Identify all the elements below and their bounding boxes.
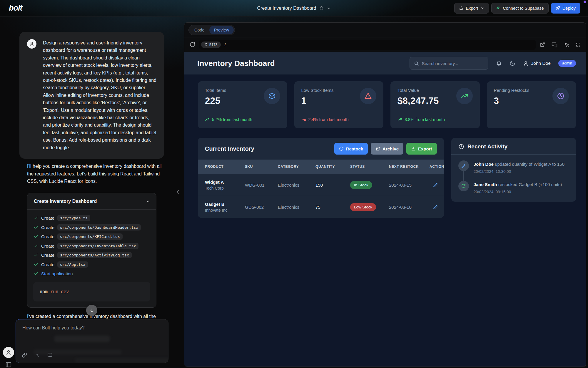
url-path: / bbox=[225, 42, 226, 47]
activity-user: Jane Smith bbox=[474, 182, 497, 187]
status-badge: In Stock bbox=[350, 181, 372, 189]
refresh-icon bbox=[339, 146, 344, 151]
role-badge: admin bbox=[558, 60, 576, 67]
responsive-devices-icon[interactable] bbox=[552, 42, 557, 48]
inventory-table-panel: Current Inventory Restock Archive bbox=[198, 138, 444, 218]
table-header-row: Product SKU Category Quantity Status Nex… bbox=[198, 160, 444, 174]
table-row[interactable]: Gadget B Innovate Inc GDG-002 Electronic… bbox=[198, 196, 444, 218]
tab-preview[interactable]: Preview bbox=[209, 26, 234, 34]
clock-icon bbox=[458, 144, 464, 150]
col-category: Category bbox=[275, 160, 313, 174]
archive-button[interactable]: Archive bbox=[371, 143, 403, 155]
notifications-bell-icon[interactable] bbox=[496, 60, 502, 66]
user-menu[interactable]: John Doe bbox=[523, 61, 551, 66]
inspect-cursor-icon[interactable] bbox=[564, 42, 569, 47]
search-icon bbox=[414, 61, 419, 66]
chat-panel: Design a responsive and user-friendly in… bbox=[0, 16, 183, 368]
product-supplier: Tech Corp bbox=[205, 186, 240, 190]
dashboard-title: Inventory Dashboard bbox=[197, 59, 275, 68]
col-product: Product bbox=[198, 160, 243, 174]
user-avatar bbox=[27, 39, 36, 49]
inventory-search[interactable] bbox=[410, 57, 488, 70]
dashboard-header: Inventory Dashboard John Doe admin bbox=[184, 52, 586, 74]
step-action: Create bbox=[41, 234, 54, 239]
file-chip[interactable]: src/components/KPICard.tsx bbox=[57, 233, 123, 240]
top-bar: bolt Create Inventory Dashboard Export C… bbox=[0, 0, 588, 16]
category-cell: Electronics bbox=[275, 205, 313, 210]
edit-pencil-icon[interactable] bbox=[433, 205, 438, 210]
port-selector[interactable]: 5173 bbox=[201, 42, 221, 48]
activity-timestamp: 20/02/2024, 10:30:00 bbox=[474, 169, 564, 174]
pencil-icon bbox=[461, 164, 466, 168]
download-icon bbox=[411, 146, 416, 151]
user-icon bbox=[523, 61, 529, 66]
col-next-restock: Next Restock bbox=[387, 160, 427, 174]
sku-cell: WDG-001 bbox=[243, 183, 275, 188]
quantity-cell[interactable]: 75 bbox=[313, 205, 348, 210]
step-action: Create bbox=[41, 243, 54, 248]
port-number: 5173 bbox=[209, 43, 218, 47]
search-input[interactable] bbox=[422, 61, 484, 66]
attach-link-icon[interactable] bbox=[22, 352, 27, 358]
sidebar-toggle-icon[interactable] bbox=[5, 362, 12, 368]
table-row[interactable]: Widget A Tech Corp WDG-001 Electronics 1… bbox=[198, 174, 444, 196]
quantity-cell[interactable]: 150 bbox=[313, 183, 348, 188]
address-bar[interactable]: 5173 / bbox=[199, 40, 536, 50]
check-icon bbox=[34, 262, 38, 267]
edit-pencil-icon[interactable] bbox=[433, 183, 438, 188]
discuss-mode-icon[interactable] bbox=[47, 352, 53, 358]
recent-activity-panel: Recent Activity John Doe updated quantit… bbox=[451, 138, 576, 202]
account-avatar[interactable] bbox=[3, 347, 14, 358]
kpi-card-low-stock: Low Stock Items 1 2.4% from last month bbox=[294, 81, 384, 128]
activity-item: Jane Smith restocked Gadget B (+100 unit… bbox=[458, 181, 569, 194]
activity-item: John Doe updated quantity of Widget A to… bbox=[458, 160, 569, 181]
file-chip[interactable]: src/App.tsx bbox=[57, 261, 88, 268]
file-chip[interactable]: src/components/InventoryTable.tsx bbox=[57, 243, 138, 249]
collapse-artifact-button[interactable] bbox=[140, 193, 156, 209]
check-icon bbox=[34, 244, 38, 248]
artifact-step: Create src/components/KPICard.tsx bbox=[27, 232, 156, 241]
kpi-card-pending-restocks: Pending Restocks 3 bbox=[487, 81, 576, 128]
alert-triangle-icon bbox=[364, 92, 372, 100]
dark-mode-moon-icon[interactable] bbox=[510, 60, 515, 66]
inventory-title: Current Inventory bbox=[205, 145, 254, 152]
clock-icon bbox=[557, 92, 564, 100]
start-application-link[interactable]: Start application bbox=[41, 271, 73, 276]
artifact-step: Create src/components/DashboardHeader.ts… bbox=[27, 223, 156, 232]
kpi-trend-text: 2.4% from last month bbox=[308, 117, 349, 122]
activity-timestamp: 20/02/2024, 09:15:00 bbox=[474, 190, 562, 194]
deploy-button[interactable]: Deploy bbox=[551, 3, 580, 14]
preview-viewport: Inventory Dashboard John Doe admin Total… bbox=[184, 52, 586, 367]
check-icon bbox=[34, 234, 38, 239]
kpi-cards: Total Items 225 5.2% from last month Low… bbox=[198, 81, 576, 128]
file-chip[interactable]: src/types.ts bbox=[57, 215, 90, 221]
export-button[interactable]: Export bbox=[454, 3, 489, 14]
chevron-down-icon bbox=[327, 6, 331, 10]
artifact-step: Create src/components/InventoryTable.tsx bbox=[27, 241, 156, 251]
step-action: Create bbox=[41, 253, 54, 258]
reload-icon[interactable] bbox=[190, 42, 195, 47]
chat-input[interactable]: How can Bolt help you today? bbox=[16, 319, 168, 363]
export-table-button[interactable]: Export bbox=[406, 143, 437, 155]
next-restock-cell: 2024-03-15 bbox=[387, 183, 427, 188]
open-external-icon[interactable] bbox=[540, 42, 545, 47]
collapse-chat-chevron[interactable] bbox=[175, 189, 181, 195]
kpi-card-total-items: Total Items 225 5.2% from last month bbox=[198, 81, 287, 128]
archive-icon bbox=[375, 146, 380, 151]
file-chip[interactable]: src/components/ActivityLog.tsx bbox=[57, 252, 132, 258]
restock-button[interactable]: Restock bbox=[334, 143, 368, 155]
bolt-logo[interactable]: bolt bbox=[9, 4, 22, 13]
inventory-table: Product SKU Category Quantity Status Nex… bbox=[198, 160, 444, 218]
scroll-to-bottom-button[interactable] bbox=[86, 305, 97, 316]
product-name: Gadget B bbox=[205, 202, 240, 207]
trending-down-icon bbox=[301, 117, 306, 122]
command-prefix: npm bbox=[40, 289, 48, 294]
file-chip[interactable]: src/components/DashboardHeader.tsx bbox=[57, 224, 141, 231]
connect-supabase-button[interactable]: Connect to Supabase bbox=[491, 3, 548, 14]
ghost-blob bbox=[54, 336, 110, 342]
kpi-trend-text: 5.2% from last month bbox=[212, 117, 252, 122]
tab-code[interactable]: Code bbox=[190, 26, 209, 34]
fullscreen-icon[interactable] bbox=[576, 42, 581, 47]
project-title-menu[interactable]: Create Inventory Dashboard bbox=[257, 6, 331, 11]
enhance-prompt-sparkles-icon[interactable] bbox=[34, 352, 40, 358]
